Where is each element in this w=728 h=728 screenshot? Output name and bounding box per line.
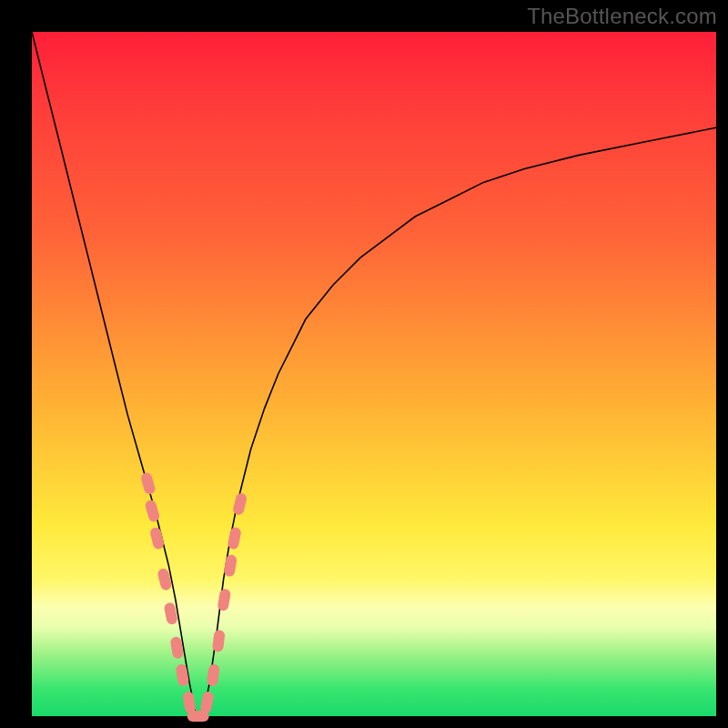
curve-marker: [207, 663, 220, 686]
chart-plot-area: [32, 32, 716, 716]
bottleneck-curve: [32, 32, 716, 716]
curve-marker: [182, 691, 197, 714]
curve-markers: [140, 471, 248, 722]
curve-marker: [149, 526, 165, 550]
curve-marker: [144, 499, 160, 522]
curve-marker: [217, 588, 231, 612]
chart-svg: [32, 32, 716, 716]
chart-frame: TheBottleneck.com: [0, 0, 728, 728]
curve-marker: [223, 554, 238, 578]
curve-marker: [140, 471, 157, 495]
curve-marker: [199, 691, 214, 714]
curve-marker: [227, 527, 241, 551]
curve-marker: [232, 492, 248, 516]
curve-marker: [212, 630, 226, 652]
watermark-text: TheBottleneck.com: [527, 4, 717, 29]
